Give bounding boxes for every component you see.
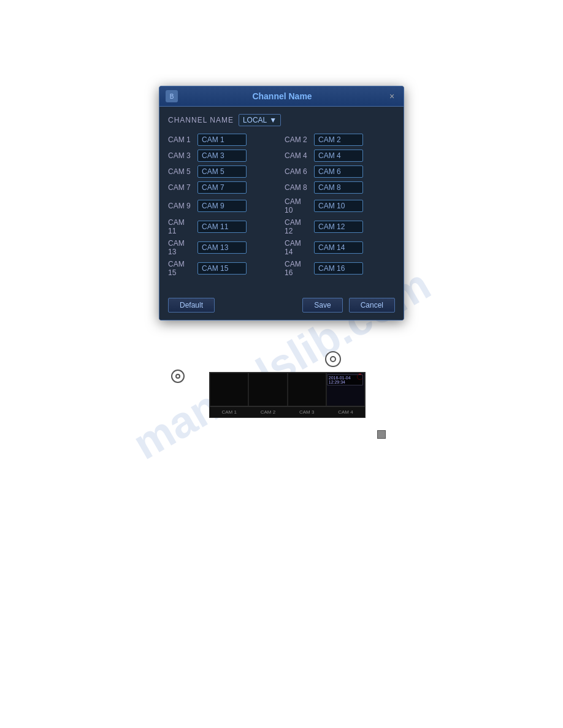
cam-preview-cell-2 <box>248 373 287 406</box>
cam-input-1[interactable] <box>197 134 247 146</box>
cam-row-13: CAM 13 <box>168 239 278 256</box>
cam-label-7: CAM 7 <box>168 183 194 192</box>
cam-preview-grid: 2016-01-04 12:29:34 <box>210 373 365 406</box>
cam-row-5: CAM 5 <box>168 165 278 178</box>
cam-preview-cell-1 <box>210 373 248 406</box>
cam-row-14: CAM 14 <box>285 239 395 256</box>
cam-preview-label-4: CAM 4 <box>326 407 365 417</box>
cam-label-10: CAM 10 <box>285 197 310 214</box>
cam-label-3: CAM 3 <box>168 151 194 160</box>
cam-row-10: CAM 10 <box>285 197 395 214</box>
cam-input-16[interactable] <box>314 262 363 275</box>
cam-row-16: CAM 16 <box>285 260 395 277</box>
cam-input-6[interactable] <box>314 165 363 178</box>
cam-label-14: CAM 14 <box>285 239 310 256</box>
cam-label-5: CAM 5 <box>168 167 194 176</box>
circle-icon-large <box>325 351 341 367</box>
channel-name-label: CHANNEL NAME <box>168 116 234 124</box>
cam-input-11[interactable] <box>197 221 247 233</box>
cam-label-1: CAM 1 <box>168 135 194 144</box>
right-preview-area: 2016-01-04 12:29:34 CAM 1 CAM 2 CAM 3 CA… <box>209 351 366 418</box>
default-button[interactable]: Default <box>168 298 215 313</box>
cam-timestamp: 2016-01-04 12:29:34 <box>327 374 363 385</box>
cam-label-13: CAM 13 <box>168 239 194 256</box>
dialog-footer: Default Save Cancel <box>159 293 404 320</box>
cam-row-4: CAM 4 <box>285 150 395 162</box>
cam-input-3[interactable] <box>197 150 247 162</box>
cam-label-12: CAM 12 <box>285 218 310 235</box>
cam-preview-labels: CAM 1 CAM 2 CAM 3 CAM 4 <box>210 406 365 417</box>
cancel-button[interactable]: Cancel <box>349 298 395 313</box>
camera-grid: CAM 1 CAM 2 CAM 3 CAM 4 CA <box>168 134 395 278</box>
save-button[interactable]: Save <box>302 298 342 313</box>
cam-input-14[interactable] <box>314 241 363 254</box>
cam-row-9: CAM 9 <box>168 197 278 214</box>
cam-row-1: CAM 1 <box>168 134 278 146</box>
cam-preview-label-2: CAM 2 <box>248 407 287 417</box>
cam-row-11: CAM 11 <box>168 218 278 235</box>
dialog-body: CHANNEL NAME LOCAL ▼ CAM 1 CAM 2 <box>159 107 404 293</box>
cam-label-8: CAM 8 <box>285 183 310 192</box>
cam-input-15[interactable] <box>197 262 247 275</box>
cam-input-13[interactable] <box>197 241 247 254</box>
cam-preview-label-1: CAM 1 <box>210 407 248 417</box>
cam-row-6: CAM 6 <box>285 165 395 178</box>
cam-input-7[interactable] <box>197 181 247 194</box>
channel-name-dialog: B Channel Name × CHANNEL NAME LOCAL ▼ CA… <box>159 86 404 320</box>
cam-row-12: CAM 12 <box>285 218 395 235</box>
cam-label-4: CAM 4 <box>285 151 310 160</box>
cam-input-4[interactable] <box>314 150 363 162</box>
cam-label-11: CAM 11 <box>168 218 194 235</box>
close-button[interactable]: × <box>386 91 397 102</box>
circle-icon-small <box>171 370 185 383</box>
small-square-area <box>171 430 404 439</box>
cam-label-16: CAM 16 <box>285 260 310 277</box>
dialog-app-icon: B <box>166 90 178 102</box>
channel-select[interactable]: LOCAL ▼ <box>239 114 281 126</box>
dialog-titlebar: B Channel Name × <box>159 86 404 107</box>
small-square-icon <box>377 430 386 439</box>
below-dialog-section: 2016-01-04 12:29:34 CAM 1 CAM 2 CAM 3 CA… <box>159 351 404 439</box>
cam-label-15: CAM 15 <box>168 260 194 277</box>
cam-preview-container: 2016-01-04 12:29:34 CAM 1 CAM 2 CAM 3 CA… <box>209 372 366 418</box>
circle-icon-large-wrapper <box>325 351 341 367</box>
icon-left-area <box>171 370 185 383</box>
cam-preview-cell-4: 2016-01-04 12:29:34 <box>326 373 365 406</box>
cam-preview-cell-3 <box>288 373 326 406</box>
cam-label-2: CAM 2 <box>285 135 310 144</box>
cam-row-8: CAM 8 <box>285 181 395 194</box>
channel-name-row: CHANNEL NAME LOCAL ▼ <box>168 114 395 126</box>
cam-input-8[interactable] <box>314 181 363 194</box>
dialog-title: Channel Name <box>178 91 386 101</box>
cam-input-2[interactable] <box>314 134 363 146</box>
cam-row-2: CAM 2 <box>285 134 395 146</box>
cam-input-9[interactable] <box>197 200 247 212</box>
cam-preview-label-3: CAM 3 <box>288 407 326 417</box>
cam-input-5[interactable] <box>197 165 247 178</box>
cam-label-6: CAM 6 <box>285 167 310 176</box>
cam-row-3: CAM 3 <box>168 150 278 162</box>
cam-row-7: CAM 7 <box>168 181 278 194</box>
cam-label-9: CAM 9 <box>168 202 194 210</box>
cam-input-10[interactable] <box>314 200 363 212</box>
cam-row-15: CAM 15 <box>168 260 278 277</box>
cam-input-12[interactable] <box>314 221 363 233</box>
